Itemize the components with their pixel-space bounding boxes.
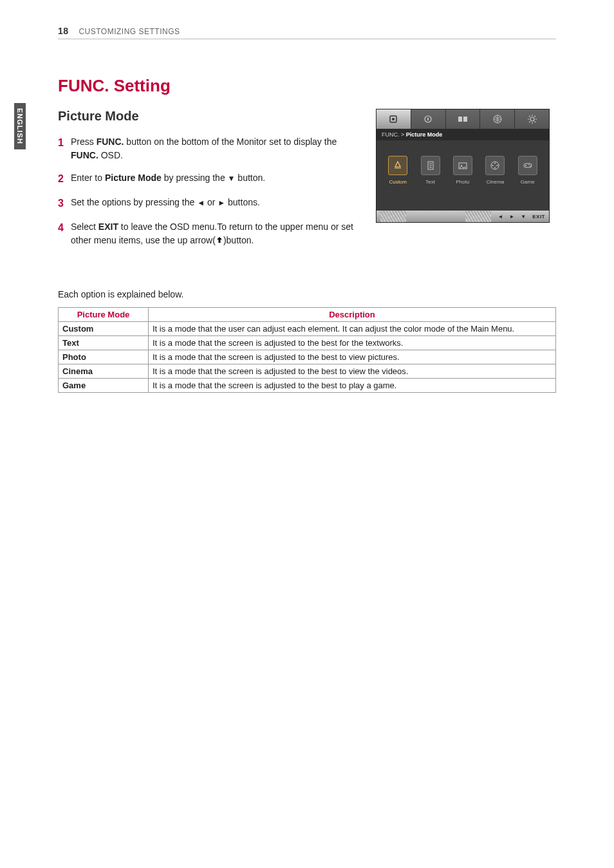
table-row: Cinema It is a mode that the screen is a… [59,364,556,378]
svg-point-22 [494,163,496,164]
table-cell-desc: It is a mode that the screen is adjusted… [149,364,556,378]
osd-nav-down[interactable]: ▼ [521,214,526,220]
osd-mode-label: Text [425,179,435,185]
table-cell-desc: It is a mode that the user can adjust ea… [149,321,556,335]
page-number: 18 [58,26,69,36]
table-cell-desc: It is a mode that the screen is adjusted… [149,335,556,350]
left-arrow-icon: ◄ [197,198,205,207]
table-cell-desc: It is a mode that the screen is adjusted… [149,350,556,364]
step-1: 1 Press FUNC. button on the bottom of th… [58,135,357,162]
steps-list: 1 Press FUNC. button on the bottom of th… [58,135,357,248]
table-row: Custom It is a mode that the user can ad… [59,321,556,335]
language-tab: ENGLISH [14,103,26,149]
down-arrow-icon: ▼ [228,174,236,183]
table-row: Text It is a mode that the screen is adj… [59,335,556,350]
osd-tab-dual[interactable] [446,109,481,129]
osd-mode-label: Photo [456,179,470,185]
osd-mode-custom[interactable]: Custom [388,156,407,185]
game-icon [518,156,537,175]
subsection-title: Picture Mode [58,109,357,124]
header-section: CUSTOMIZING SETTINGS [79,27,180,36]
osd-tab-func[interactable] [377,109,411,129]
osd-breadcrumb: FUNC. > Picture Mode [377,129,549,140]
osd-footer-decor [465,211,491,222]
osd-exit-button[interactable]: EXIT [532,214,545,220]
instructions-column: Picture Mode 1 Press FUNC. button on the… [58,109,357,257]
step-4: 4 Select EXIT to leave the OSD menu.To r… [58,220,357,248]
step-number: 1 [58,135,71,162]
step-text: Set the options by pressing the ◄ or ► b… [71,196,357,211]
osd-footer: ◄ ► ▼ EXIT [377,211,549,222]
osd-tab-web[interactable] [480,109,515,129]
step-2: 2 Enter to Picture Mode by pressing the … [58,171,357,187]
custom-icon [388,156,407,175]
osd-window: FUNC. > Picture Mode Custom Text Photo [376,109,550,223]
osd-body: Custom Text Photo Cinema [377,140,549,211]
table-cell-name: Text [59,335,149,350]
osd-mode-text[interactable]: Text [421,156,440,185]
svg-line-14 [534,116,535,117]
svg-rect-26 [524,164,532,167]
table-header-mode: Picture Mode [59,307,149,321]
osd-tab-eco[interactable] [411,109,446,129]
table-cell-name: Game [59,378,149,392]
table-cell-desc: It is a mode that the screen is adjusted… [149,378,556,392]
section-title: FUNC. Setting [58,76,556,96]
table-cell-name: Photo [59,350,149,364]
osd-mode-label: Cinema [487,179,505,185]
page-header: 18 CUSTOMIZING SETTINGS [58,26,556,39]
step-text: Select EXIT to leave the OSD menu.To ret… [71,220,357,248]
osd-mode-label: Game [521,179,535,185]
step-number: 2 [58,171,71,187]
svg-point-30 [530,165,531,167]
osd-preview-column: FUNC. > Picture Mode Custom Text Photo [376,109,556,257]
osd-mode-game[interactable]: Game [518,156,537,185]
svg-line-12 [534,122,535,123]
table-row: Photo It is a mode that the screen is ad… [59,350,556,364]
step-3: 3 Set the options by pressing the ◄ or ►… [58,196,357,211]
table-row: Game It is a mode that the screen is adj… [59,378,556,392]
osd-nav-right[interactable]: ► [509,214,514,220]
up-return-icon [216,234,223,248]
svg-point-1 [392,118,395,120]
osd-tab-row [377,109,549,129]
svg-point-24 [492,165,494,166]
svg-point-29 [528,164,530,165]
step-number: 4 [58,220,71,248]
table-cell-name: Cinema [59,364,149,378]
svg-point-6 [530,117,534,121]
page-content: FUNC. Setting Picture Mode 1 Press FUNC.… [58,76,556,393]
svg-point-25 [497,165,498,166]
cinema-icon [485,156,505,175]
description-table: Picture Mode Description Custom It is a … [58,307,556,393]
svg-point-23 [494,167,496,169]
right-arrow-icon: ► [218,198,225,207]
svg-line-13 [529,122,530,123]
step-text: Press FUNC. button on the bottom of the … [71,135,357,162]
osd-mode-cinema[interactable]: Cinema [485,156,505,185]
svg-rect-4 [463,117,467,122]
explain-text: Each option is explained below. [58,289,556,299]
svg-rect-3 [458,117,462,122]
osd-nav-left[interactable]: ◄ [498,214,503,220]
table-header-desc: Description [149,307,556,321]
svg-line-11 [529,116,530,117]
table-cell-name: Custom [59,321,149,335]
osd-mode-photo[interactable]: Photo [453,156,472,185]
osd-tab-settings[interactable] [515,109,549,129]
step-text: Enter to Picture Mode by pressing the ▼ … [71,171,357,187]
text-icon [421,156,440,175]
osd-mode-label: Custom [389,179,407,185]
photo-icon [453,156,472,175]
osd-footer-decor [380,211,406,222]
table-header-row: Picture Mode Description [59,307,556,321]
step-number: 3 [58,196,71,211]
